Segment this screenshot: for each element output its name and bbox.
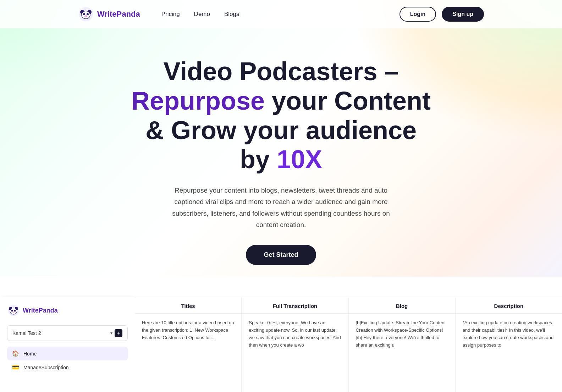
svg-point-3 <box>82 11 90 19</box>
col-blog-body: [b]Exciting Update: Streamline Your Cont… <box>349 314 455 354</box>
nav-link-blogs[interactable]: Blogs <box>224 11 239 18</box>
svg-point-10 <box>10 308 17 314</box>
nav-links: Pricing Demo Blogs <box>161 11 239 18</box>
bottom-section: WritePanda Kamal Test 2 ▾ + 🏠 Home 💳 Man… <box>0 297 562 392</box>
navbar: WritePanda Pricing Demo Blogs Login Sign… <box>0 0 562 28</box>
sidebar-item-manage-subscription[interactable]: 💳 ManageSubscription <box>7 360 128 374</box>
subscription-icon: 💳 <box>12 364 19 371</box>
svg-point-11 <box>11 310 13 312</box>
navbar-left: WritePanda Pricing Demo Blogs <box>78 6 239 22</box>
hero-title: Video Podcasters – Repurpose your Conten… <box>71 57 491 174</box>
svg-point-13 <box>13 312 15 313</box>
logo-text: WritePanda <box>97 10 140 19</box>
sidebar-logo: WritePanda <box>7 304 128 317</box>
col-transcription: Full Transcription Speaker 0: Hi, everyo… <box>242 297 348 392</box>
hero-section: Video Podcasters – Repurpose your Conten… <box>0 28 562 286</box>
workspace-name: Kamal Test 2 <box>12 330 41 336</box>
col-titles-header: Titles <box>135 297 241 314</box>
sidebar-item-manage-subscription-label: ManageSubscription <box>23 365 69 370</box>
svg-point-12 <box>14 310 16 312</box>
workspace-selector[interactable]: Kamal Test 2 ▾ + <box>7 325 128 341</box>
content-area: Titles Here are 10 title options for a v… <box>135 297 562 392</box>
col-description-header: Description <box>456 297 562 314</box>
hero-subtitle: Repurpose your content into blogs, newsl… <box>171 185 391 231</box>
signup-button[interactable]: Sign up <box>442 7 484 22</box>
content-table: Titles Here are 10 title options for a v… <box>135 297 562 392</box>
navbar-right: Login Sign up <box>400 7 484 22</box>
nav-link-demo[interactable]: Demo <box>194 11 210 18</box>
home-icon: 🏠 <box>12 350 19 357</box>
login-button[interactable]: Login <box>400 7 436 22</box>
svg-point-6 <box>85 15 87 17</box>
sidebar-logo-icon <box>7 304 20 317</box>
svg-point-5 <box>87 13 89 15</box>
logo-icon <box>78 6 94 22</box>
col-transcription-header: Full Transcription <box>242 297 348 314</box>
svg-point-4 <box>83 13 85 15</box>
col-titles: Titles Here are 10 title options for a v… <box>135 297 242 392</box>
col-titles-body: Here are 10 title options for a video ba… <box>135 314 241 347</box>
sidebar-logo-text: WritePanda <box>23 307 58 314</box>
col-description: Description *An exciting update on creat… <box>456 297 562 392</box>
col-description-body: *An exciting update on creating workspac… <box>456 314 562 354</box>
sidebar-item-home-label: Home <box>23 351 37 357</box>
workspace-icons: ▾ + <box>110 329 122 337</box>
logo: WritePanda <box>78 6 140 22</box>
sidebar: WritePanda Kamal Test 2 ▾ + 🏠 Home 💳 Man… <box>0 297 135 392</box>
col-blog: Blog [b]Exciting Update: Streamline Your… <box>349 297 456 392</box>
get-started-button[interactable]: Get Started <box>246 245 316 265</box>
chevron-down-icon: ▾ <box>110 331 112 336</box>
col-transcription-body: Speaker 0: Hi, everyone. We have an exci… <box>242 314 348 354</box>
col-blog-header: Blog <box>349 297 455 314</box>
nav-link-pricing[interactable]: Pricing <box>161 11 180 18</box>
sidebar-item-home[interactable]: 🏠 Home <box>7 347 128 360</box>
add-workspace-icon[interactable]: + <box>115 329 122 337</box>
